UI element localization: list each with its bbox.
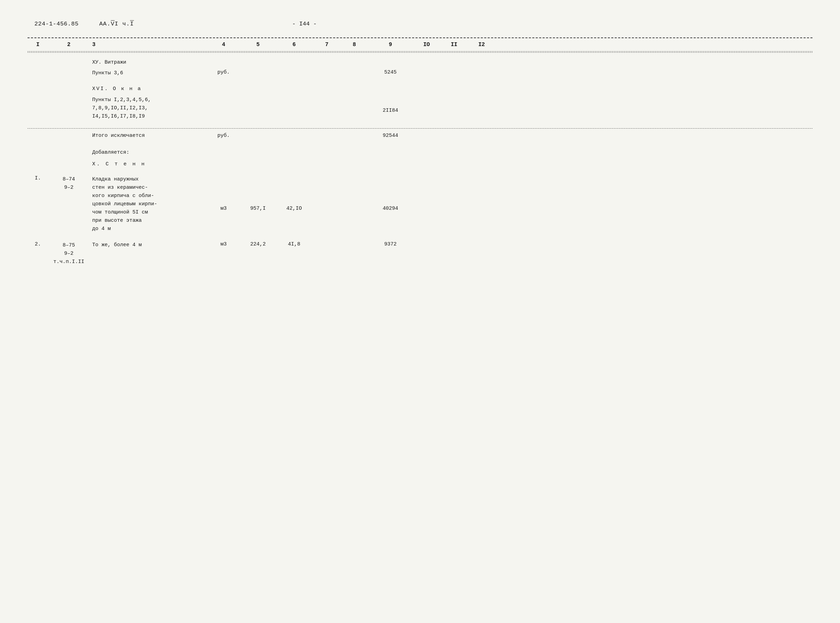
col-ref (48, 58, 89, 60)
col10 (413, 84, 440, 86)
итого-ref (48, 135, 89, 136)
xvi-col12 (468, 95, 495, 97)
добавляется-row: Добавляется: (28, 148, 812, 158)
итого-col4: руб. (206, 132, 241, 139)
header: 224-1-456.85 АА.VI ч.I - I44 - (28, 21, 812, 27)
итого-row: Итого исключается руб. 92544 (28, 132, 812, 139)
row1-col7 (313, 175, 341, 176)
separator-line-1 (28, 128, 812, 129)
xv-col11 (440, 69, 468, 70)
row1-desc: Кладка наружных стен из керамичес- кого … (89, 175, 206, 234)
col6 (275, 84, 313, 86)
итого-col11 (440, 135, 468, 136)
xv-col12 (468, 69, 495, 70)
col11 (440, 58, 468, 60)
main-table: I 2 3 4 5 6 7 8 9 IO II I2 ХУ. Витражи (28, 37, 812, 267)
col5 (241, 84, 275, 86)
итого-rownum (28, 135, 48, 136)
xvi-col7 (313, 95, 341, 97)
row1-col5: 957,I (241, 175, 275, 212)
row1-col12 (468, 175, 495, 176)
итого-col9: 92544 (368, 132, 413, 139)
xv-col6 (275, 69, 313, 70)
col-ref (48, 95, 89, 97)
col-header-3: 3 (89, 41, 206, 48)
col4 (206, 58, 241, 60)
section-xvi-title-row: XVI. О к н а (28, 84, 812, 94)
col-header-5: 5 (241, 41, 275, 48)
row2-ref: 8–759–2т.ч.п.I.II (48, 241, 89, 267)
row1-col8 (341, 175, 368, 176)
row1-col6: 42,IO (275, 175, 313, 212)
main-row-2: 2. 8–759–2т.ч.п.I.II То же, более 4 м м3… (28, 241, 812, 267)
section-xv: ХУ. Витражи Пункты 3,6 руб. (28, 58, 812, 78)
col-header-11: II (440, 41, 468, 48)
col9 (368, 84, 413, 86)
col12 (468, 84, 495, 86)
xv-col4: руб. (206, 69, 241, 76)
col-header-1: I (28, 41, 48, 48)
col6 (275, 58, 313, 60)
col-header-8: 8 (341, 41, 368, 48)
xv-col9: 5245 (368, 69, 413, 76)
row2-col7 (313, 241, 341, 242)
xvi-data-row: Пункты I,2,3,4,5,6, 7,8,9,IO,II,I2,I3, I… (28, 95, 812, 121)
row1-num: I. (28, 175, 48, 182)
col-rownum (28, 69, 48, 70)
col-ref (48, 160, 89, 161)
col4 (206, 84, 241, 86)
row1-col9: 40294 (368, 175, 413, 212)
xv-data-row: Пункты 3,6 руб. 5245 (28, 69, 812, 78)
spacer-1 (28, 141, 812, 148)
col-header-7: 7 (313, 41, 341, 48)
section-xv-title-row: ХУ. Витражи (28, 58, 812, 68)
page-number: - I44 - (292, 21, 316, 27)
xvi-col8 (341, 95, 368, 97)
итого-col10 (413, 135, 440, 136)
col-header-6: 6 (275, 41, 313, 48)
row1-col10 (413, 175, 440, 176)
xv-col5 (241, 69, 275, 70)
xvi-col11 (440, 95, 468, 97)
xvi-col10 (413, 95, 440, 97)
xvi-desc: Пункты I,2,3,4,5,6, 7,8,9,IO,II,I2,I3, I… (89, 95, 206, 121)
col-header-4: 4 (206, 41, 241, 48)
section-xvi: XVI. О к н а Пункты I,2,3,4,5,6, 7,8,9,I… (28, 84, 812, 121)
page-container: 224-1-456.85 АА.VI ч.I - I44 - I 2 3 4 5… (28, 21, 812, 267)
итого-col7 (313, 135, 341, 136)
итого-col8 (341, 135, 368, 136)
col8 (341, 84, 368, 86)
spacer-2 (28, 170, 812, 175)
col12 (468, 58, 495, 60)
row2-col9: 9372 (368, 241, 413, 248)
xv-col8 (341, 69, 368, 70)
row2-num: 2. (28, 241, 48, 248)
row2-to-label: То же, более 4 м (92, 242, 142, 248)
row2-col4: м3 (206, 241, 241, 248)
section-x-title: Х. С т е н н (89, 160, 206, 169)
col-header-12: I2 (468, 41, 495, 48)
итого-desc: Итого исключается (89, 132, 206, 139)
добавляется-label: Добавляется: (89, 148, 206, 158)
col-ref (48, 69, 89, 70)
col-rownum (28, 148, 48, 150)
section-xv-title: ХУ. Витражи (89, 58, 206, 68)
col9 (368, 58, 413, 60)
row1-ref: 8–749–2 (48, 175, 89, 193)
col-ref (48, 84, 89, 86)
col-rownum (28, 84, 48, 86)
row2-col12 (468, 241, 495, 242)
col-ref (48, 148, 89, 150)
col10 (413, 58, 440, 60)
row2-col10 (413, 241, 440, 242)
xv-desc: Пункты 3,6 (89, 69, 206, 78)
row2-desc: То же, более 4 м (89, 241, 206, 250)
col-rownum (28, 95, 48, 97)
main-row-1: I. 8–749–2 Кладка наружных стен из керам… (28, 175, 812, 234)
section-xvi-title: XVI. О к н а (89, 84, 206, 94)
doc-number: 224-1-456.85 (34, 21, 78, 27)
xvi-col4 (206, 95, 241, 97)
xv-col7 (313, 69, 341, 70)
section-x-title-row: Х. С т е н н (28, 160, 812, 169)
row2-col11 (440, 241, 468, 242)
